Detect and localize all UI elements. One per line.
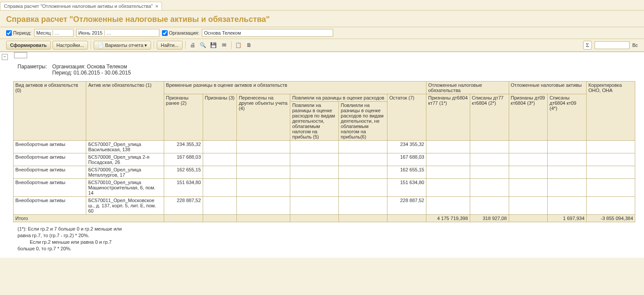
col-c4s: Списаны дт6804 кт09 (4*) [548, 94, 587, 141]
col-group-liab: Отложенные налоговые обязательства [426, 82, 509, 94]
table-row[interactable]: Внеоборотные активыБС570010_Орел_улица М… [14, 179, 635, 197]
parameters-block: Параметры: Организация: Основа Телеком П… [0, 62, 644, 81]
selector-box[interactable] [14, 52, 27, 58]
parameters-label: Параметры: [18, 64, 47, 76]
copy-icon[interactable]: 📋 [234, 41, 243, 50]
table-total-row: Итого4 175 719,398318 927,081 697,934-3 … [14, 215, 635, 222]
period-value-select[interactable]: Июнь 2015 … [76, 29, 159, 37]
variants-icon: 📄 [98, 43, 104, 48]
settings-button[interactable]: Настройки... [53, 41, 88, 50]
save-icon[interactable]: 💾 [209, 41, 218, 50]
table-row[interactable]: Внеоборотные активыБС570009_Орел_улица М… [14, 166, 635, 179]
col-c7: Остаток (7) [387, 94, 426, 141]
collapse-icon[interactable]: − [2, 54, 8, 60]
col-c3: Признаны (3) [203, 94, 237, 141]
tab-report[interactable]: Справка расчет "Отложенные налоговые акт… [0, 2, 162, 10]
export-icon[interactable]: 🗎 [245, 41, 253, 50]
table-row[interactable]: Внеоборотные активыБС570011_Орел_Московс… [14, 197, 635, 215]
table-row[interactable]: Внеоборотные активыБС570008_Орел_улица 2… [14, 153, 635, 166]
page-title: Справка расчет "Отложенные налоговые акт… [6, 15, 638, 24]
org-checkbox[interactable]: Организация: [162, 30, 199, 36]
find-button[interactable]: Найти... [157, 41, 183, 50]
col-asset-type: Вид активов и обязательств (0) [14, 82, 86, 141]
sum-icon[interactable]: Σ [583, 41, 592, 50]
ellipsis-icon[interactable]: … [53, 30, 60, 36]
col-group-asset: Отложенные налоговые активы [509, 82, 586, 94]
col-c4: Перенесены на другие объекты учета (4) [237, 94, 290, 141]
org-input[interactable]: Основа Телеком [202, 29, 333, 37]
col-c2: Признаны ранее (2) [164, 94, 203, 141]
col-asset: Актив или обязательство (1) [86, 82, 164, 141]
period-checkbox[interactable]: Период: [6, 30, 32, 36]
col-c2s: Списаны дт77 кт6804 (2*) [470, 94, 509, 141]
report-table: Вид активов и обязательств (0) Актив или… [13, 81, 635, 222]
report-variants-button[interactable]: 📄 Варианты отчета ▾ [94, 41, 151, 50]
preview-icon[interactable]: 🔍 [199, 41, 208, 50]
footnotes: (1*): Если гр.2 и 7 больше 0 и гр.2 мень… [0, 222, 644, 258]
col-c1s: Признаны дт6804 кт77 (1*) [426, 94, 470, 141]
dropdown-icon: ▾ [144, 43, 147, 48]
col-c5: Повлияли на разницы в оценке расходов по… [290, 102, 339, 141]
ellipsis-icon[interactable]: … [104, 30, 111, 36]
param-period: Период: 01.06.2015 - 30.06.2015 [52, 70, 131, 76]
sum-field[interactable] [595, 41, 630, 49]
col-c6: Повлияли на разницы в оценке расходов по… [339, 102, 387, 141]
tab-title: Справка расчет "Отложенные налоговые акт… [4, 4, 153, 9]
col-group-exp: Повлияли на разницы в оценке расходов [290, 94, 387, 102]
print-icon[interactable]: 🖨 [188, 41, 197, 50]
mail-icon[interactable]: ✉ [220, 41, 229, 50]
param-org: Организация: Основа Телеком [52, 64, 131, 70]
all-toggle[interactable]: Вс [632, 43, 638, 48]
col-c3s: Признаны дт09 кт6804 (3*) [509, 94, 548, 141]
generate-button[interactable]: Сформировать [6, 41, 51, 50]
table-row[interactable]: Внеоборотные активыБС570007_Орел_улица В… [14, 141, 635, 153]
period-type-select[interactable]: Месяц … [34, 29, 74, 37]
col-correction: Корректировка ОНО, ОНА [587, 82, 635, 141]
close-icon[interactable]: × [155, 4, 158, 9]
col-group-diff: Временные разницы в оценке активов и обя… [164, 82, 426, 94]
